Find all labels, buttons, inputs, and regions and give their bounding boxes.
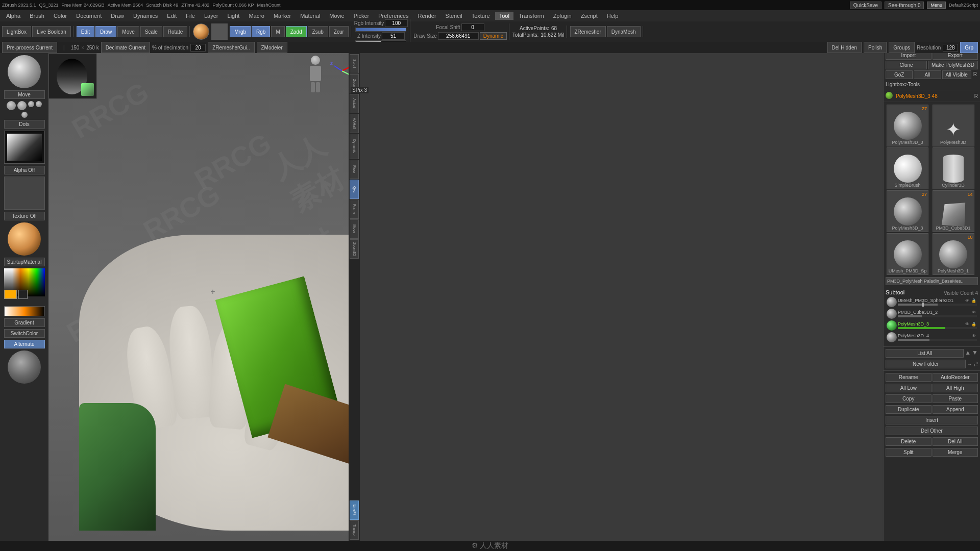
folder-action-icon[interactable]: ⇄ — [973, 361, 978, 367]
menu-macro[interactable]: Macro — [244, 12, 268, 20]
zadd-btn[interactable]: Zadd — [286, 26, 307, 37]
rotate-btn[interactable]: Rotate — [163, 26, 187, 37]
tool-thumb-6[interactable]: 14 PM3D_Cube3D1 — [933, 190, 974, 232]
z-intensity-value[interactable]: 51 — [382, 32, 405, 40]
see-through-btn[interactable]: See-through 0 — [885, 2, 924, 9]
stroke-dot-1[interactable] — [7, 101, 16, 110]
groups-btn[interactable]: Groups — [889, 42, 915, 53]
zremesher-guide-btn[interactable]: ZRemesherGui.. — [208, 42, 254, 53]
preprocess-btn[interactable]: Pre-process Current — [2, 42, 57, 53]
qvc-btn[interactable]: Qvc — [350, 180, 359, 199]
draw-btn[interactable]: Draw — [95, 26, 116, 37]
menu-layer[interactable]: Layer — [200, 12, 223, 20]
folder-arrow-icon[interactable]: → — [967, 361, 972, 367]
dynamesh-btn[interactable]: DynaMesh — [607, 26, 641, 37]
switch-color-label[interactable]: SwitchColor — [4, 329, 45, 338]
menu-marker[interactable]: Marker — [270, 12, 295, 20]
menu-document[interactable]: Document — [72, 12, 106, 20]
brush-preview[interactable] — [193, 23, 209, 40]
list-all-btn[interactable]: List All — [886, 349, 964, 358]
zremesher-btn[interactable]: ZRemesher — [570, 26, 606, 37]
clone-btn[interactable]: Clone — [886, 61, 927, 69]
subtool-item-2[interactable]: PM3D_Cube3D1_2 👁 — [886, 308, 978, 319]
all-high-btn[interactable]: All High — [933, 384, 978, 392]
frame-btn[interactable]: Frame — [350, 199, 359, 219]
mannequin-icon[interactable] — [301, 56, 329, 94]
lock-icon-1[interactable]: 🔒 — [971, 298, 977, 303]
floor-btn[interactable]: Floor — [350, 160, 359, 179]
tool-thumb-8[interactable]: 10 PolyMesh3D_1 — [933, 233, 974, 275]
eye-icon-2[interactable]: 👁 — [971, 310, 977, 315]
menu-render[interactable]: Render — [414, 12, 440, 20]
aahalf-btn[interactable]: AAHalf — [350, 114, 359, 133]
live-boolean-btn[interactable]: Live Boolean — [32, 26, 71, 37]
viewport[interactable]: RRCG RRCG RRCG RRCG 人人素材 人人素材 人人素材 + — [48, 53, 360, 541]
tool-thumb-5[interactable]: 27 PolyMesh3D_3 — [887, 190, 928, 232]
del-all-btn[interactable]: Del All — [933, 437, 978, 446]
eye-icon-3[interactable]: 👁 — [964, 322, 970, 327]
actual-btn[interactable]: Actual — [350, 94, 359, 113]
tool-thumb-4[interactable]: Cylinder3D — [933, 147, 974, 189]
polish-btn[interactable]: Polish — [864, 42, 887, 53]
tool-thumb-7[interactable]: UMesh_PM3D_Sp — [887, 233, 928, 275]
menu-tool[interactable]: Tool — [495, 12, 513, 20]
split-btn[interactable]: Split — [886, 448, 932, 457]
decimate-btn[interactable]: Decimate Current — [101, 42, 150, 53]
alternate-btn[interactable]: Alternate — [4, 340, 45, 348]
gradient-bar[interactable] — [4, 306, 45, 316]
tool-thumb-3[interactable]: SimpleBrush — [887, 147, 928, 189]
rgb-btn[interactable]: Rgb — [252, 26, 270, 37]
all-btn[interactable]: All — [914, 70, 941, 79]
paste-btn[interactable]: Paste — [933, 394, 978, 403]
arrow-up-icon[interactable]: ▲ — [965, 349, 971, 358]
alpha-thumbnail[interactable] — [4, 131, 45, 164]
menu-draw[interactable]: Draw — [107, 12, 128, 20]
menu-alpha[interactable]: Alpha — [2, 12, 24, 20]
grp-btn[interactable]: Grp — [960, 42, 978, 53]
startup-material-label[interactable]: StartupMaterial — [4, 258, 45, 266]
menu-stencil[interactable]: Stencil — [442, 12, 467, 20]
move-btn-left[interactable]: Move — [4, 90, 45, 99]
del-other-btn[interactable]: Del Other — [886, 427, 978, 435]
draw-size-value[interactable]: 258.66491 — [438, 32, 479, 40]
move-btn[interactable]: Move — [117, 26, 139, 37]
menu-brush[interactable]: Brush — [26, 12, 48, 20]
new-folder-btn[interactable]: New Folder — [886, 360, 966, 368]
tool-thumb-1[interactable]: 27 PolyMesh3D_3 — [887, 105, 928, 146]
texture-thumbnail[interactable] — [4, 177, 45, 210]
stroke-dot-2[interactable] — [17, 101, 27, 110]
stroke-dot-4[interactable] — [36, 101, 42, 107]
copy-btn[interactable]: Copy — [886, 394, 932, 403]
lightbox-btn[interactable]: LightBox — [2, 26, 31, 37]
m-btn[interactable]: M — [271, 26, 284, 37]
default-zscript[interactable]: DefaultZScript — [949, 3, 978, 8]
tool-thumb-2[interactable]: ✦ PolyMesh3D — [933, 105, 974, 146]
menu-color[interactable]: Color — [50, 12, 71, 20]
menu-texture[interactable]: Texture — [468, 12, 494, 20]
lock-icon-3[interactable]: 🔒 — [971, 322, 977, 327]
eye-icon-4[interactable]: 👁 — [971, 334, 977, 338]
insert-btn[interactable]: Insert — [886, 416, 978, 424]
stroke-preview[interactable] — [211, 23, 228, 40]
menu-btn[interactable]: Menu — [927, 2, 946, 9]
subtool-item-1[interactable]: UMesh_PM3D_Sphere3D1 👁 🔒 — [886, 296, 978, 308]
menu-transform[interactable]: Transform — [514, 12, 548, 20]
dots-label[interactable]: Dots — [4, 120, 45, 129]
zoom3d-btn[interactable]: Zoom3D — [350, 239, 359, 259]
zcur-btn[interactable]: Zcur — [329, 26, 349, 37]
menu-file[interactable]: File — [182, 12, 199, 20]
texture-off-label[interactable]: Texture Off — [4, 212, 45, 220]
lightbox-tools-label[interactable]: Lightbox>Tools — [886, 82, 920, 87]
eye-icon-1[interactable]: 👁 — [964, 298, 970, 303]
zmodeler-btn[interactable]: ZModeler — [257, 42, 287, 53]
menu-edit[interactable]: Edit — [163, 12, 181, 20]
subtool-item-3[interactable]: PolyMesh3D_3 👁 🔒 — [886, 320, 978, 331]
scale-btn[interactable]: Scale — [140, 26, 162, 37]
menu-zplugin[interactable]: Zplugin — [549, 12, 576, 20]
mrgb-btn[interactable]: Mrgb — [230, 26, 251, 37]
rename-btn[interactable]: Rename — [886, 373, 932, 382]
arrow-down-icon[interactable]: ▼ — [972, 349, 978, 358]
alpha-off-label[interactable]: Alpha Off — [4, 166, 45, 174]
zsub-btn[interactable]: Zsub — [308, 26, 328, 37]
goz-btn[interactable]: GoZ — [886, 70, 913, 79]
